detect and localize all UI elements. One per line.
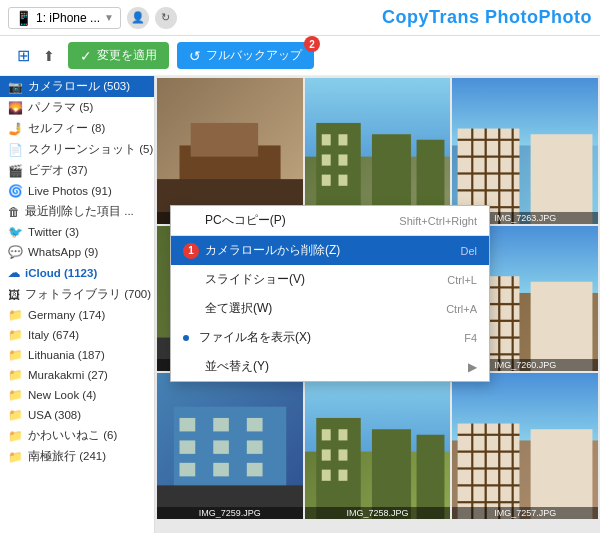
sidebar-item-live-photos[interactable]: 🌀Live Photos (91) [0, 181, 154, 201]
sidebar-item-lithuania[interactable]: 📁Lithuania (187) [0, 345, 154, 365]
ctx-shortcut-show-filename: F4 [464, 332, 477, 344]
toolbar-icons: ⊞ ⬆ [12, 45, 60, 67]
ctx-item-select-all[interactable]: 全て選択(W)Ctrl+A [171, 294, 489, 323]
sidebar-item-murakakmi[interactable]: 📁Murakakmi (27) [0, 365, 154, 385]
ctx-label-delete-from-camera: カメラロールから削除(Z) [205, 242, 340, 259]
toolbar: ⊞ ⬆ ✓ 変更を適用 ↺ フルバックアップ 2 [0, 36, 600, 76]
sidebar-item-italy[interactable]: 📁Italy (674) [0, 325, 154, 345]
photo-label-6: IMG_7259.JPG [157, 507, 303, 519]
ctx-dot-show-filename [183, 335, 189, 341]
sidebar-icon-twitter: 🐦 [8, 225, 23, 239]
photo-cell-6[interactable]: IMG_7259.JPG [157, 373, 303, 519]
sidebar-item-new-look[interactable]: 📁New Look (4) [0, 385, 154, 405]
photo-cell-7[interactable]: IMG_7258.JPG [305, 373, 451, 519]
ctx-left-sort: 並べ替え(Y) [183, 358, 269, 375]
photo-cell-8[interactable]: IMG_7257.JPG [452, 373, 598, 519]
photo-canvas-1 [305, 78, 451, 224]
sidebar-item-selfie[interactable]: 🤳セルフィー (8) [0, 118, 154, 139]
brand-copytrans: CopyTrans [382, 7, 480, 27]
photo-cell-1[interactable]: IMG_7264.JPG [305, 78, 451, 224]
cloud-icon: ☁ [8, 266, 20, 280]
sidebar-icon-antarctica: 📁 [8, 450, 23, 464]
sidebar-item-screenshot[interactable]: 📄スクリーンショット (5) [0, 139, 154, 160]
ctx-item-sort[interactable]: 並べ替え(Y)▶ [171, 352, 489, 381]
grid-icon[interactable]: ⊞ [12, 45, 34, 67]
ctx-shortcut-select-all: Ctrl+A [446, 303, 477, 315]
backup-label: フルバックアップ [206, 47, 302, 64]
sidebar-item-kawaiicat[interactable]: 📁かわいいねこ (6) [0, 425, 154, 446]
photo-canvas-0 [157, 78, 303, 224]
user-icon-btn[interactable]: 👤 [127, 7, 149, 29]
ctx-arrow-sort: ▶ [468, 360, 477, 374]
sidebar-icon-recently-deleted: 🗑 [8, 205, 20, 219]
header: 📱 1: iPhone ... ▼ 👤 ↻ CopyTrans PhotoPho… [0, 0, 600, 36]
sidebar-item-recently-deleted[interactable]: 🗑最近削除した項目 ... [0, 201, 154, 222]
ctx-label-slideshow: スライドショー(V) [205, 271, 305, 288]
sidebar-label-whatsapp: WhatsApp (9) [28, 246, 98, 258]
sidebar-label-twitter: Twitter (3) [28, 226, 79, 238]
photo-label-7: IMG_7258.JPG [305, 507, 451, 519]
device-selector[interactable]: 📱 1: iPhone ... ▼ [8, 7, 121, 29]
ctx-label-pc-copy: PCへコピー(P) [205, 212, 286, 229]
sidebar-section-label: iCloud (1123) [25, 267, 97, 279]
photo-cell-0[interactable]: IMG_7265.JPG [157, 78, 303, 224]
photo-cell-2[interactable]: IMG_7263.JPG [452, 78, 598, 224]
sidebar-label-screenshot: スクリーンショット (5) [28, 142, 153, 157]
sidebar-label-photo-library: フォトライブラリ (700) [25, 287, 151, 302]
apply-label: 変更を適用 [97, 47, 157, 64]
ctx-shortcut-slideshow: Ctrl+L [447, 274, 477, 286]
sidebar-label-germany: Germany (174) [28, 309, 105, 321]
sidebar-icon-lithuania: 📁 [8, 348, 23, 362]
sidebar-label-kawaiicat: かわいいねこ (6) [28, 428, 117, 443]
sidebar-label-new-look: New Look (4) [28, 389, 96, 401]
sidebar-item-video[interactable]: 🎬ビデオ (37) [0, 160, 154, 181]
sidebar-label-antarctica: 南極旅行 (241) [28, 449, 106, 464]
ctx-left-delete-from-camera: 1カメラロールから削除(Z) [183, 242, 340, 259]
phone-icon: 📱 [15, 10, 32, 26]
ctx-item-pc-copy[interactable]: PCへコピー(P)Shift+Ctrl+Right [171, 206, 489, 235]
ctx-item-delete-from-camera[interactable]: 1カメラロールから削除(Z)Del [171, 236, 489, 265]
badge-number: 2 [304, 36, 320, 52]
ctx-item-slideshow[interactable]: スライドショー(V)Ctrl+L [171, 265, 489, 294]
sidebar-item-panorama[interactable]: 🌄パノラマ (5) [0, 97, 154, 118]
refresh-icon-btn[interactable]: ↻ [155, 7, 177, 29]
ctx-label-sort: 並べ替え(Y) [205, 358, 269, 375]
sidebar-label-italy: Italy (674) [28, 329, 79, 341]
sidebar-icon-live-photos: 🌀 [8, 184, 23, 198]
ctx-left-show-filename: ファイル名を表示(X) [183, 329, 311, 346]
sidebar-icon-screenshot: 📄 [8, 143, 23, 157]
sidebar-label-usa: USA (308) [28, 409, 81, 421]
header-left: 📱 1: iPhone ... ▼ 👤 ↻ [8, 7, 177, 29]
sidebar-item-usa[interactable]: 📁USA (308) [0, 405, 154, 425]
photo-canvas-2 [452, 78, 598, 224]
checkmark-icon: ✓ [80, 48, 92, 64]
sidebar-icon-new-look: 📁 [8, 388, 23, 402]
sidebar-icon-usa: 📁 [8, 408, 23, 422]
ctx-label-show-filename: ファイル名を表示(X) [199, 329, 311, 346]
sidebar-icon-kawaiicat: 📁 [8, 429, 23, 443]
sidebar-item-antarctica[interactable]: 📁南極旅行 (241) [0, 446, 154, 467]
ctx-badge-delete-from-camera: 1 [183, 243, 199, 259]
sidebar-item-germany[interactable]: 📁Germany (174) [0, 305, 154, 325]
sidebar-icon-whatsapp: 💬 [8, 245, 23, 259]
sidebar-item-whatsapp[interactable]: 💬WhatsApp (9) [0, 242, 154, 262]
brand-name: CopyTrans PhotoPhoto [382, 7, 592, 28]
sidebar-icon-camera-roll: 📷 [8, 80, 23, 94]
sidebar-label-video: ビデオ (37) [28, 163, 88, 178]
upload-icon[interactable]: ⬆ [38, 45, 60, 67]
sidebar-item-camera-roll[interactable]: 📷カメラロール (503) [0, 76, 154, 97]
sidebar-label-panorama: パノラマ (5) [28, 100, 93, 115]
sidebar-icon-video: 🎬 [8, 164, 23, 178]
sidebar-icon-panorama: 🌄 [8, 101, 23, 115]
chevron-down-icon: ▼ [104, 12, 114, 23]
apply-button[interactable]: ✓ 変更を適用 [68, 42, 169, 69]
ctx-shortcut-delete-from-camera: Del [460, 245, 477, 257]
photo-label-8: IMG_7257.JPG [452, 507, 598, 519]
context-menu: PCへコピー(P)Shift+Ctrl+Right1カメラロールから削除(Z)D… [170, 205, 490, 382]
sidebar-item-twitter[interactable]: 🐦Twitter (3) [0, 222, 154, 242]
sidebar-item-photo-library[interactable]: 🖼フォトライブラリ (700) [0, 284, 154, 305]
brand-photo: Photo [485, 7, 539, 27]
sidebar-section-icloud-header[interactable]: ☁iCloud (1123) [0, 262, 154, 284]
backup-button[interactable]: ↺ フルバックアップ 2 [177, 42, 314, 69]
ctx-item-show-filename[interactable]: ファイル名を表示(X)F4 [171, 323, 489, 352]
